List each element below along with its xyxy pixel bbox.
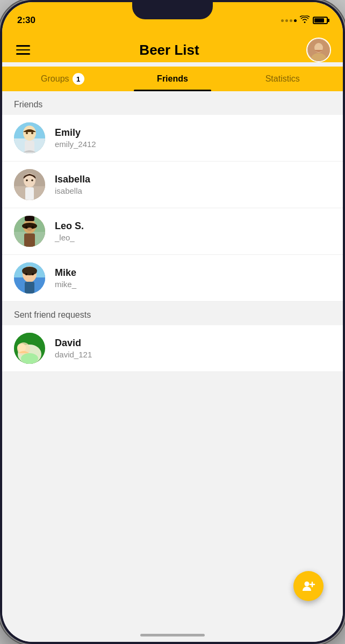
list-item[interactable]: Isabella isabella [2,162,343,208]
svg-point-36 [17,343,26,352]
signal-dot-2 [285,19,288,22]
svg-point-5 [23,126,36,141]
tab-groups-badge: 1 [73,73,84,85]
friend-info: Isabella isabella [55,174,331,195]
add-friend-button[interactable] [293,571,324,601]
svg-point-22 [27,228,32,231]
friend-username: _leo_ [55,233,331,242]
tab-statistics-label: Statistics [265,74,300,84]
svg-point-20 [32,226,34,228]
home-indicator [140,634,205,636]
avatar-image [307,39,330,61]
signal-icon [281,19,297,22]
svg-point-27 [22,267,37,275]
friend-username: mike_ [55,280,331,289]
tab-groups[interactable]: Groups 1 [8,67,118,91]
avatar [14,262,45,294]
svg-rect-14 [25,187,34,200]
svg-point-7 [31,132,33,134]
list-item[interactable]: Leo S. _leo_ [2,208,343,255]
svg-point-29 [32,273,34,275]
svg-point-37 [305,582,310,587]
friend-info: Leo S. _leo_ [55,221,331,242]
svg-point-30 [25,277,34,282]
wifi-icon [300,16,310,25]
scroll-area: Friends [2,91,343,642]
phone-frame: 2:30 [0,0,345,644]
sent-requests-section-header: Sent friend requests [2,302,343,325]
friend-username: david_121 [55,350,331,359]
list-item[interactable]: David david_121 [2,325,343,372]
app-header: Beer List [2,31,343,62]
svg-point-35 [21,353,38,364]
signal-dot-4 [294,19,297,22]
menu-line-3 [16,53,30,55]
svg-point-28 [25,273,27,275]
tab-friends-label: Friends [157,74,188,84]
list-item[interactable]: Emily emily_2412 [2,115,343,162]
list-item[interactable]: Mike mike_ [2,255,343,302]
avatar [14,216,45,247]
svg-rect-21 [25,216,34,221]
sent-requests-list: David david_121 [2,325,343,372]
svg-point-13 [31,179,33,181]
tab-friends[interactable]: Friends [118,67,228,91]
menu-button[interactable] [14,43,32,57]
menu-line-2 [16,49,30,51]
tab-statistics[interactable]: Statistics [227,67,337,91]
tabs-container: Groups 1 Friends Statistics [2,67,343,91]
svg-rect-31 [25,282,34,294]
app-title: Beer List [139,42,199,58]
battery-fill [314,18,324,23]
friend-info: Mike mike_ [55,267,331,289]
battery-icon [313,17,328,24]
friend-info: David david_121 [55,338,331,359]
friends-list: Emily emily_2412 [2,115,343,302]
friend-info: Emily emily_2412 [55,127,331,149]
svg-point-19 [25,226,27,228]
svg-point-12 [26,179,28,181]
phone-screen: 2:30 [2,2,343,642]
status-time: 2:30 [17,15,35,26]
notch [132,2,213,19]
friend-name: Leo S. [55,221,331,232]
friend-name: David [55,338,331,349]
friend-name: Mike [55,267,331,279]
signal-dot-3 [290,19,292,22]
avatar [14,122,45,153]
user-avatar[interactable] [306,38,331,62]
friend-name: Emily [55,127,331,138]
svg-point-6 [26,132,28,134]
friends-section-header: Friends [2,91,343,115]
signal-dot-1 [281,19,284,22]
avatar [14,333,45,364]
friend-username: isabella [55,186,331,195]
status-icons [281,16,328,25]
svg-rect-23 [24,233,35,247]
friend-name: Isabella [55,174,331,185]
menu-line-1 [16,45,30,47]
friend-username: emily_2412 [55,140,331,149]
avatar [14,169,45,200]
tab-groups-label: Groups [41,74,69,84]
